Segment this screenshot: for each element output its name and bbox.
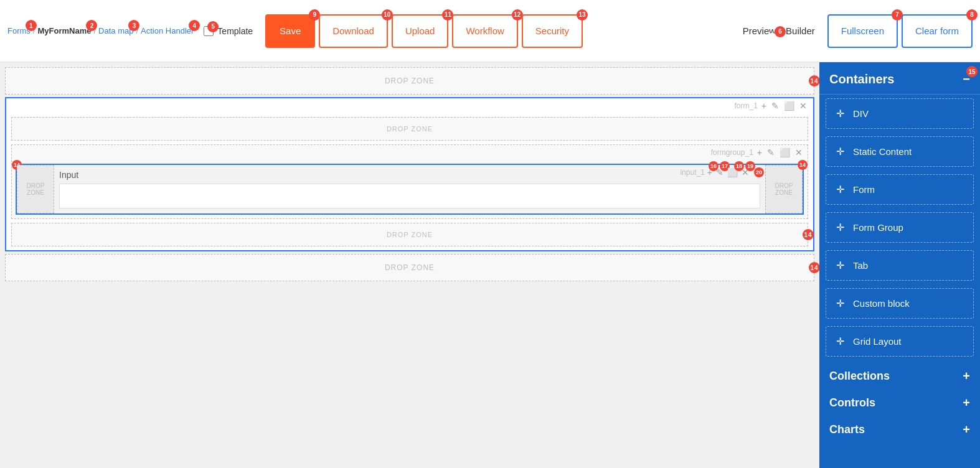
badge-security: 13	[577, 9, 588, 21]
input-close-wrap: ✕ 19	[740, 166, 750, 179]
input-dropzone-left-label: DROPZONE	[27, 182, 45, 196]
controls-plus[interactable]: +	[963, 396, 970, 410]
sidebar-item-div[interactable]: ✛ DIV	[826, 98, 974, 129]
sidebar-item-tab-label: Tab	[853, 260, 868, 271]
badge-19: 19	[745, 161, 755, 171]
breadcrumb-formname[interactable]: MyFormName	[37, 26, 91, 35]
badge-clearform: 8	[966, 9, 978, 21]
badge-dz-inner3: 14	[803, 229, 814, 240]
badge-20: 20	[754, 167, 764, 177]
sidebar-item-div-label: DIV	[853, 108, 869, 119]
badge-preview: 6	[775, 26, 786, 37]
top-bar: Forms 1 / MyFormName 2 / Data map 3 / Ac…	[0, 0, 980, 62]
dropzone-1[interactable]: DROP ZONE 14	[5, 67, 814, 95]
formgroup-close-btn[interactable]: ✕	[794, 146, 804, 159]
formgroup-header: formgroup_1 + ✎ ⬜ ✕	[12, 145, 808, 160]
input-main: input_1 + 16 ✎ 17 ⬜ 18	[54, 165, 765, 213]
badge-actionhandler: 4	[189, 20, 200, 31]
input-dropzone-right-label: DROPZONE	[775, 182, 793, 196]
sidebar-containers-header: Containers − 15	[819, 62, 980, 95]
form-add-btn[interactable]: +	[760, 100, 768, 112]
input-edit-wrap: ✎ 17	[715, 166, 725, 179]
sidebar-item-custom-block-label: Custom block	[853, 298, 910, 309]
div-plus-icon: ✛	[836, 108, 844, 119]
form-plus-icon: ✛	[836, 184, 844, 195]
download-button[interactable]: Download	[319, 14, 388, 48]
custom-block-plus-icon: ✛	[836, 297, 844, 309]
dropzone-1-label: DROP ZONE	[385, 77, 435, 85]
input-field[interactable]	[59, 184, 760, 208]
form-container: form_1 + ✎ ⬜ ✕ DROP ZONE formgroup_1 + ✎…	[5, 97, 814, 251]
form-header: form_1 + ✎ ⬜ ✕	[6, 98, 813, 113]
input-resize-wrap: ⬜ 18	[726, 166, 739, 179]
sidebar: Containers − 15 ✛ DIV ✛ Static Content ✛…	[819, 62, 980, 468]
tab-plus-icon: ✛	[836, 260, 844, 271]
template-checkbox-wrap: 5 Template	[204, 26, 253, 36]
breadcrumb: Forms 1 / MyFormName 2 / Data map 3 / Ac…	[7, 26, 194, 35]
containers-minus-wrap: − 15	[963, 72, 970, 87]
collections-section: Collections +	[819, 360, 980, 387]
right-buttons: Fullscreen 7 Clear form 8	[827, 14, 973, 48]
dropzone-inner-3[interactable]: DROP ZONE 14	[11, 223, 808, 246]
badge-dz1: 14	[809, 75, 819, 87]
save-button[interactable]: Save	[265, 14, 315, 48]
security-btn-wrap: Security 13	[522, 14, 583, 48]
dropzone-inner-1[interactable]: DROP ZONE	[11, 117, 808, 141]
grid-layout-plus-icon: ✛	[836, 335, 844, 347]
clearform-btn-wrap: Clear form 8	[902, 14, 973, 48]
input-label: Input	[59, 170, 760, 180]
breadcrumb-actionhandler[interactable]: Action Handler	[141, 26, 194, 35]
sidebar-item-static-content-label: Static Content	[853, 146, 912, 157]
input-row: 14 DROPZONE input_1 + 16	[16, 164, 804, 215]
badge-forms: 1	[26, 20, 37, 31]
top-left-area: Forms 1 / MyFormName 2 / Data map 3 / Ac…	[7, 14, 583, 48]
actionhandler-nav-wrap: Action Handler 4	[141, 26, 194, 35]
fullscreen-button[interactable]: Fullscreen	[827, 14, 898, 48]
input-dropzone-right[interactable]: DROPZONE	[765, 165, 803, 213]
dropzone-2[interactable]: DROP ZONE 14	[5, 254, 814, 281]
sidebar-item-tab[interactable]: ✛ Tab	[826, 250, 974, 281]
builder-label: Builder	[786, 26, 815, 36]
dropzone-inner-3-label: DROP ZONE	[387, 231, 433, 238]
action-buttons: Save 9 Download 10 Upload 11 Workflow 12…	[265, 14, 583, 48]
sidebar-item-grid-layout[interactable]: ✛ Grid Layout	[826, 326, 974, 357]
formgroup-container: formgroup_1 + ✎ ⬜ ✕ 14 DROPZONE	[11, 144, 808, 219]
controls-title: Controls	[829, 396, 875, 410]
input-dropzone-left[interactable]: DROPZONE	[17, 165, 54, 213]
forms-nav-wrap: Forms 1	[7, 26, 31, 35]
workflow-button[interactable]: Workflow	[452, 14, 517, 48]
template-wrap: 5	[204, 26, 214, 36]
formgroup-edit-btn[interactable]: ✎	[766, 146, 776, 159]
sidebar-item-form[interactable]: ✛ Form	[826, 174, 974, 205]
charts-section: Charts +	[819, 414, 980, 441]
save-btn-wrap: Save 9	[265, 14, 315, 48]
datamap-nav-wrap: Data map 3	[98, 26, 133, 35]
sidebar-item-static-content[interactable]: ✛ Static Content	[826, 136, 974, 167]
sidebar-item-form-group-label: Form Group	[853, 222, 903, 233]
charts-title: Charts	[829, 423, 865, 436]
sidebar-item-form-group[interactable]: ✛ Form Group	[826, 212, 974, 243]
form-close-btn[interactable]: ✕	[798, 100, 808, 112]
canvas: DROP ZONE 14 form_1 + ✎ ⬜ ✕ DROP ZONE fo…	[0, 62, 819, 468]
sidebar-item-grid-layout-label: Grid Layout	[853, 336, 902, 347]
clearform-button[interactable]: Clear form	[902, 14, 973, 48]
input-controls-bar: input_1 + 16 ✎ 17 ⬜ 18	[680, 166, 764, 179]
formgroup-resize-btn[interactable]: ⬜	[778, 146, 791, 159]
form-resize-btn[interactable]: ⬜	[783, 100, 796, 112]
fullscreen-btn-wrap: Fullscreen 7	[827, 14, 898, 48]
dropzone-inner-1-label: DROP ZONE	[387, 125, 433, 133]
upload-button[interactable]: Upload	[392, 14, 449, 48]
badge-containers: 15	[966, 66, 978, 77]
form-edit-btn[interactable]: ✎	[770, 100, 780, 112]
input-add-wrap: + 16	[706, 166, 714, 179]
charts-plus[interactable]: +	[963, 423, 970, 437]
security-button[interactable]: Security	[522, 14, 583, 48]
containers-title: Containers	[829, 72, 894, 87]
preview-toggle: Preview 6 Builder	[743, 26, 815, 36]
collections-plus[interactable]: +	[963, 369, 970, 383]
upload-btn-wrap: Upload 11	[392, 14, 449, 48]
sidebar-item-custom-block[interactable]: ✛ Custom block	[826, 288, 974, 319]
formgroup-id: formgroup_1	[711, 148, 753, 157]
formgroup-add-btn[interactable]: +	[756, 146, 763, 159]
dropzone-2-label: DROP ZONE	[385, 263, 435, 272]
